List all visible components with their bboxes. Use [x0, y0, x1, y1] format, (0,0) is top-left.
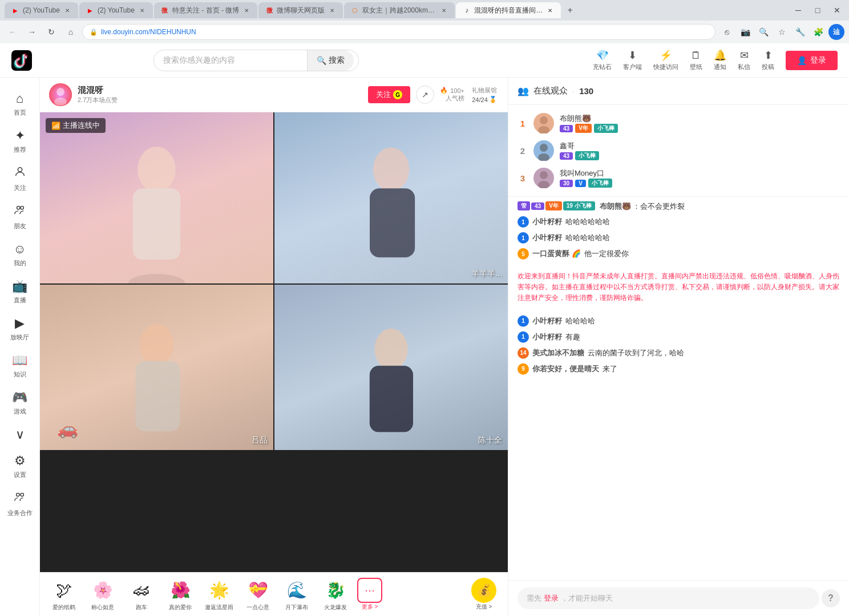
- sidebar-label-friends: 朋友: [14, 222, 26, 230]
- sidebar-item-cinema[interactable]: ▶ 放映厅: [0, 311, 39, 346]
- badge-43-msg: 43: [531, 202, 544, 210]
- action-label-upload: 投稿: [762, 63, 774, 71]
- tab-youtube-1[interactable]: ▶ (2) YouTube ✕: [5, 2, 78, 18]
- chat-input-box[interactable]: 需先 登录 ，才能开始聊天: [518, 587, 819, 609]
- gift-more-button[interactable]: ⋯ 更多 >: [357, 578, 382, 611]
- tiktok-header: 搜索你感兴趣的内容 🔍 搜索 💎 充钻石 ⬇ 客户端 ⚡ 快捷访问 🗒 壁纸: [0, 43, 849, 78]
- tab-close-2[interactable]: ✕: [138, 6, 146, 14]
- extension-button[interactable]: 🔧: [792, 24, 808, 40]
- tab-title-4: 微博聊天网页版: [277, 6, 325, 15]
- help-button[interactable]: ?: [822, 589, 840, 607]
- profile-button[interactable]: 辿: [828, 24, 844, 40]
- msg-text-3: 哈哈哈哈哈哈: [565, 233, 610, 243]
- gift-name-4: 真的爱你: [169, 603, 192, 611]
- tab-close-1[interactable]: ✕: [63, 6, 71, 14]
- url-text: live.douyin.com/NIDEHUNHUN: [101, 28, 708, 36]
- tiktok-logo[interactable]: [11, 50, 32, 71]
- viewer-rank-2: 2: [518, 146, 528, 156]
- maximize-button[interactable]: □: [810, 3, 825, 18]
- svg-rect-15: [136, 361, 180, 431]
- gift-item-5[interactable]: 🌟 邀返流星雨: [202, 577, 236, 611]
- window-controls: ─ □ ✕: [791, 3, 844, 18]
- video-cell-overlay-bottomright: 陈十全: [478, 435, 502, 445]
- tab-youtube-2[interactable]: ▶ (2) YouTube ✕: [79, 2, 153, 18]
- sidebar-item-game[interactable]: 🎮 游戏: [0, 386, 39, 420]
- sidebar-item-settings[interactable]: ⚙ 设置: [0, 449, 39, 484]
- refresh-button[interactable]: ↻: [43, 24, 59, 40]
- close-window-button[interactable]: ✕: [830, 3, 844, 18]
- sidebar-item-knowledge[interactable]: 📖 知识: [0, 348, 39, 383]
- chat-login-prompt: 需先 登录 ，才能开始聊天 ?: [518, 587, 840, 609]
- action-wallpaper[interactable]: 🗒 壁纸: [690, 50, 702, 71]
- tab-close-4[interactable]: ✕: [328, 6, 336, 14]
- cast-button[interactable]: ⎋: [719, 24, 735, 40]
- action-notify[interactable]: 🔔 通知: [714, 49, 726, 71]
- gift-item-6[interactable]: 💝 一点心意: [241, 577, 275, 611]
- extensions-button[interactable]: 🧩: [810, 24, 826, 40]
- browser-actions: ⎋ 📷 🔍 ☆ 🔧 🧩 辿: [719, 24, 844, 40]
- svg-point-7: [56, 88, 64, 96]
- msg-text-4: 他一定很爱你: [584, 249, 629, 259]
- sidebar-item-live[interactable]: 📺 直播: [0, 274, 39, 309]
- home-button[interactable]: ⌂: [63, 24, 79, 40]
- video-cell-overlay-topright: 羊羊羊...: [471, 269, 502, 279]
- url-bar[interactable]: 🔒 live.douyin.com/NIDEHUNHUN: [82, 24, 715, 40]
- badge-43-2: 43: [560, 152, 573, 160]
- search-button[interactable]: 🔍 搜索: [307, 50, 354, 71]
- video-cell-overlay-bottomleft: 吕品: [252, 435, 268, 445]
- back-button[interactable]: ←: [5, 24, 21, 40]
- sidebar-item-recommend[interactable]: ✦ 推荐: [0, 124, 39, 159]
- svg-rect-13: [370, 188, 415, 257]
- new-tab-button[interactable]: +: [562, 2, 578, 18]
- action-upload[interactable]: ⬆ 投稿: [762, 49, 774, 71]
- svg-point-12: [373, 148, 409, 192]
- tab-close-3[interactable]: ✕: [242, 6, 250, 14]
- sidebar-item-home[interactable]: ⌂ 首页: [0, 87, 39, 121]
- badge-num-3: 1: [518, 232, 529, 244]
- login-button[interactable]: 👤 登录: [786, 51, 838, 70]
- tab-close-5[interactable]: ✕: [440, 6, 448, 14]
- tab-bar: ▶ (2) YouTube ✕ ▶ (2) YouTube ✕ 微 特意关注 -…: [0, 0, 849, 21]
- gift-item-4[interactable]: 🌺 真的爱你: [163, 577, 197, 611]
- action-client[interactable]: ⬇ 客户端: [623, 49, 642, 71]
- sidebar-item-follow[interactable]: 关注: [0, 161, 39, 197]
- gift-item-2[interactable]: 🌸 称心如意: [86, 577, 120, 611]
- follow-button[interactable]: 关注 G: [368, 86, 410, 103]
- viewer-name-1: 布朗熊🐻: [560, 114, 840, 124]
- share-button[interactable]: ↗: [416, 86, 434, 104]
- action-diamond[interactable]: 💎 充钻石: [593, 49, 612, 71]
- address-bar: ← → ↻ ⌂ 🔒 live.douyin.com/NIDEHUNHUN ⎋ 📷…: [0, 21, 849, 43]
- gift-item-8[interactable]: 🐉 火龙爆发: [318, 577, 353, 611]
- gift-item-7[interactable]: 🌊 月下瀑布: [280, 577, 314, 611]
- tab-douyin-active[interactable]: ♪ 混混呀的抖音直播间… ✕: [456, 2, 561, 18]
- tab-close-6[interactable]: ✕: [546, 6, 554, 14]
- action-quickaccess[interactable]: ⚡ 快捷访问: [653, 49, 678, 71]
- gift-item-3[interactable]: 🏎 跑车: [124, 577, 159, 611]
- bookmark-button[interactable]: ☆: [774, 24, 790, 40]
- forward-button[interactable]: →: [24, 24, 40, 40]
- action-message[interactable]: ✉ 私信: [738, 49, 750, 71]
- svg-point-8: [54, 98, 67, 106]
- sidebar-item-mine[interactable]: ☺ 我的: [0, 237, 39, 272]
- search-button[interactable]: 🔍: [755, 24, 771, 40]
- gift-name-5: 邀返流星雨: [205, 603, 233, 611]
- gift-item-1[interactable]: 🕊 爱的纸鹤: [47, 577, 81, 611]
- svg-point-4: [16, 493, 19, 497]
- chevron-down-icon: ∨: [15, 427, 25, 442]
- sidebar-item-business[interactable]: 业务合作: [0, 486, 39, 522]
- charge-button[interactable]: 💰 充值 >: [467, 578, 501, 611]
- main-layout: ⌂ 首页 ✦ 推荐 关注 朋友 ☺ 我的: [0, 78, 849, 616]
- chat-login-link[interactable]: 登录: [544, 593, 559, 603]
- sidebar-item-friends[interactable]: 朋友: [0, 199, 39, 235]
- tab-weibo-2[interactable]: 微 微博聊天网页版 ✕: [258, 2, 343, 18]
- tab-weibo-1[interactable]: 微 特意关注 - 首页 - 微博 ✕: [154, 2, 257, 18]
- screenshot-button[interactable]: 📷: [737, 24, 753, 40]
- gift-hall-section[interactable]: 礼物展馆 24/24 🏅: [470, 86, 499, 103]
- viewers-header: 👥 在线观众 · 130: [508, 78, 849, 105]
- search-bar[interactable]: 搜索你感兴趣的内容 🔍 搜索: [153, 50, 359, 71]
- cinema-icon: ▶: [15, 316, 25, 331]
- tab-video-5[interactable]: ⬡ 双女主｜跨越2000km百… ✕: [344, 2, 455, 18]
- sidebar-item-collapse[interactable]: ∨: [0, 423, 39, 447]
- minimize-button[interactable]: ─: [791, 3, 806, 18]
- svg-point-9: [138, 147, 176, 192]
